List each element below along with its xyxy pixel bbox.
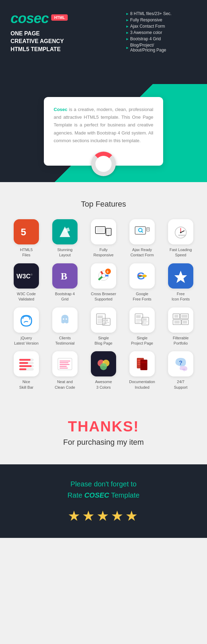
google-icon: G [129, 263, 155, 289]
section-title: Top Features [7, 200, 200, 209]
rate-section: Please don't forget to Rate COSEC Templa… [0, 464, 207, 538]
brand-name: Cosec [54, 107, 67, 112]
projectpage-label: SingleProject Page [131, 335, 153, 346]
ajax-label: Ajax ReadyContact Form [131, 247, 154, 258]
testimonial-label: ClientsTestimonial [55, 335, 74, 346]
svg-point-23 [102, 274, 105, 277]
features-section: Top Features 5 HTML5Files StunningLayout [0, 182, 207, 401]
tagline: ONE PAGE CREATIVE AGENCY HTML5 TEMPLATE [11, 30, 68, 53]
iconfonts-icon [168, 263, 193, 289]
svg-text:?: ? [179, 360, 182, 366]
support-icon: ? ... [168, 351, 193, 376]
3colors-label: Awesome3 Colors [95, 379, 112, 390]
speed-label: Fast LoadingSpeed [169, 247, 192, 258]
cleancode-icon [52, 351, 78, 376]
feature-bootstrap: B Bootstrap 4Grid [48, 263, 82, 302]
svg-rect-81 [141, 361, 147, 363]
iconfonts-label: FreeIcon Fonts [172, 291, 189, 302]
html5-label: HTML5Files [20, 247, 33, 258]
features-list: 8 HTML files/23+ Sec. Fully Responsive A… [126, 11, 196, 53]
svg-text:5: 5 [21, 227, 26, 237]
w3c-label: W3C CodeValidated [17, 291, 36, 302]
thanks-section: THANKS! For purchasing my item [0, 401, 207, 464]
svg-text:0: 0 [107, 270, 108, 273]
google-label: GoogleFree Fonts [133, 291, 151, 302]
features-grid: 5 HTML5Files StunningLayout [7, 219, 200, 390]
svg-rect-43 [136, 315, 141, 318]
feature-html5: 5 HTML5Files [10, 219, 43, 258]
svg-rect-60 [19, 359, 31, 361]
jquery-label: jQueryLatest Version [14, 335, 39, 346]
portfolio-icon [168, 307, 193, 333]
svg-marker-28 [174, 271, 187, 283]
svg-text:SPEED: SPEED [178, 234, 186, 236]
feature-skillbar: NiceSkill Bar [10, 351, 43, 390]
rate-brand: COSEC [84, 491, 109, 499]
bootstrap-icon: B [52, 263, 78, 289]
stars: ★★★★★ [11, 508, 196, 524]
feature-item-4: 3 Awesome color [126, 29, 196, 36]
rate-line1: Please don't forget to [71, 480, 136, 488]
layout-icon [52, 219, 78, 244]
svg-rect-57 [174, 321, 180, 324]
thanks-subtext: For purchasing my item [11, 438, 196, 447]
feature-item-1: 8 HTML files/23+ Sec. [126, 11, 196, 17]
feature-crossbrowser: 0 Cross BrowserSupported [87, 263, 120, 302]
donut-icon [91, 152, 116, 176]
feature-jquery: jQueryLatest Version [10, 307, 43, 346]
feature-item-5: Bootstrap 4 Grid [126, 36, 196, 42]
feature-3colors: Awesome3 Colors [87, 351, 120, 390]
feature-item-6: Blog/Project/About/Pricing Page [126, 42, 196, 53]
support-label: 24/7Support [174, 379, 188, 390]
skillbar-icon [14, 351, 39, 376]
feature-item-2: Fully Responsive [126, 17, 196, 23]
feature-layout: StunningLayout [48, 219, 82, 258]
feature-cleancode: Neat andClean Code [48, 351, 82, 390]
responsive-icon [91, 219, 116, 244]
svg-point-32 [66, 318, 67, 320]
projectpage-icon [129, 307, 155, 333]
feature-w3c: W3C ® W3C CodeValidated [10, 263, 43, 302]
svg-rect-62 [19, 362, 28, 364]
feature-portfolio: FilterablePortfolio [164, 307, 198, 346]
header-top: cosec HTML ONE PAGE CREATIVE AGENCY HTML… [11, 11, 196, 53]
svg-rect-64 [19, 365, 32, 367]
svg-point-31 [63, 318, 64, 320]
svg-rect-48 [142, 318, 147, 321]
desc-card: Cosec is a creative, modern, clean, prof… [44, 97, 163, 165]
desc-text: Cosec is a creative, modern, clean, prof… [54, 106, 153, 144]
svg-rect-4 [97, 228, 104, 233]
desc-section: Cosec is a creative, modern, clean, prof… [0, 84, 207, 182]
blogpage-label: SingleBlog Page [95, 335, 113, 346]
svg-rect-39 [103, 319, 108, 321]
feature-testimonial: ClientsTestimonial [48, 307, 82, 346]
svg-rect-80 [140, 360, 147, 370]
3colors-icon [91, 351, 116, 376]
svg-rect-58 [183, 321, 187, 324]
docs-label: DocumentationIncluded [129, 379, 155, 390]
feature-blogpage: SingleBlog Page [87, 307, 120, 346]
responsive-label: FullyResponsive [93, 247, 113, 258]
svg-text:B: B [61, 271, 67, 282]
docs-icon [129, 351, 155, 376]
rate-text: Please don't forget to Rate COSEC Templa… [11, 478, 196, 501]
ajax-icon [129, 219, 155, 244]
svg-rect-55 [174, 315, 178, 318]
html5-icon: 5 [14, 219, 39, 244]
svg-rect-66 [19, 368, 26, 370]
rate-line2-pre: Rate [67, 491, 84, 499]
donut-ring [91, 152, 116, 176]
crossbrowser-icon: 0 [91, 263, 116, 289]
blogpage-icon [91, 307, 116, 333]
feature-item-3: Ajax Contact Form [126, 23, 196, 29]
svg-rect-56 [181, 315, 187, 318]
svg-rect-34 [98, 316, 103, 318]
speed-icon: SPEED [168, 219, 193, 244]
cleancode-label: Neat andClean Code [55, 379, 75, 390]
svg-point-75 [100, 363, 107, 370]
feature-iconfonts: FreeIcon Fonts [164, 263, 198, 302]
feature-support: ? ... 24/7Support [164, 351, 198, 390]
feature-ajax: Ajax ReadyContact Form [126, 219, 159, 258]
thanks-heading: THANKS! [11, 418, 196, 435]
w3c-icon: W3C ® [14, 263, 39, 289]
